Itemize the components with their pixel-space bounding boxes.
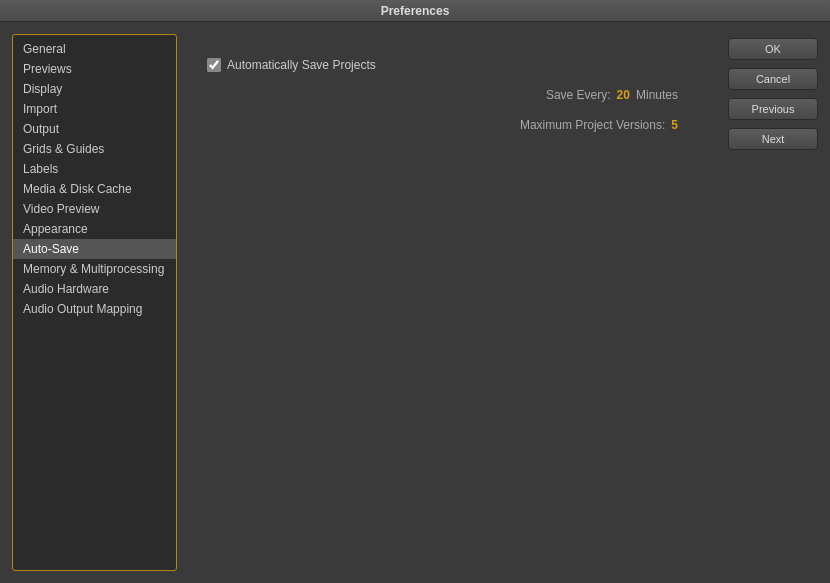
auto-save-label: Automatically Save Projects xyxy=(227,58,376,72)
sidebar-item-import[interactable]: Import xyxy=(13,99,176,119)
title-bar: Preferences xyxy=(0,0,830,22)
dialog-title: Preferences xyxy=(381,4,450,18)
previous-button[interactable]: Previous xyxy=(728,98,818,120)
sidebar-item-appearance[interactable]: Appearance xyxy=(13,219,176,239)
next-button[interactable]: Next xyxy=(728,128,818,150)
dialog-body: GeneralPreviewsDisplayImportOutputGrids … xyxy=(0,22,830,583)
sidebar-item-general[interactable]: General xyxy=(13,39,176,59)
auto-save-checkbox[interactable] xyxy=(207,58,221,72)
max-versions-row: Maximum Project Versions: 5 xyxy=(207,118,698,132)
sidebar-item-display[interactable]: Display xyxy=(13,79,176,99)
sidebar-item-media-disk-cache[interactable]: Media & Disk Cache xyxy=(13,179,176,199)
save-every-value: 20 xyxy=(617,88,630,102)
sidebar-item-audio-output-mapping[interactable]: Audio Output Mapping xyxy=(13,299,176,319)
sidebar-item-previews[interactable]: Previews xyxy=(13,59,176,79)
save-every-unit: Minutes xyxy=(636,88,678,102)
cancel-button[interactable]: Cancel xyxy=(728,68,818,90)
sidebar-item-grids-guides[interactable]: Grids & Guides xyxy=(13,139,176,159)
ok-button[interactable]: OK xyxy=(728,38,818,60)
sidebar-item-labels[interactable]: Labels xyxy=(13,159,176,179)
sidebar-item-video-preview[interactable]: Video Preview xyxy=(13,199,176,219)
sidebar-item-auto-save[interactable]: Auto-Save xyxy=(13,239,176,259)
auto-save-section: Automatically Save Projects Save Every: … xyxy=(207,58,698,132)
sidebar: GeneralPreviewsDisplayImportOutputGrids … xyxy=(12,34,177,571)
auto-save-checkbox-row: Automatically Save Projects xyxy=(207,58,698,72)
save-every-row: Save Every: 20 Minutes xyxy=(207,88,698,102)
main-content: Automatically Save Projects Save Every: … xyxy=(187,34,718,571)
sidebar-item-audio-hardware[interactable]: Audio Hardware xyxy=(13,279,176,299)
buttons-panel: OK Cancel Previous Next xyxy=(728,34,818,571)
max-versions-value: 5 xyxy=(671,118,678,132)
sidebar-item-memory-multiprocessing[interactable]: Memory & Multiprocessing xyxy=(13,259,176,279)
sidebar-item-output[interactable]: Output xyxy=(13,119,176,139)
save-every-label: Save Every: xyxy=(546,88,611,102)
content-panel: Automatically Save Projects Save Every: … xyxy=(187,34,718,571)
max-versions-label: Maximum Project Versions: xyxy=(520,118,665,132)
